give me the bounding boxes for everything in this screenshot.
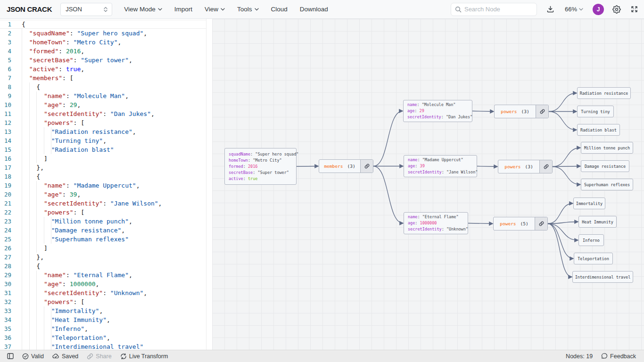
- graph-node-l3[interactable]: Radiation blast: [577, 124, 620, 136]
- array-node-label-area: members(3): [319, 160, 360, 173]
- json-editor-panel[interactable]: 1{2 "squadName": "Super hero squad",3 "h…: [0, 19, 212, 350]
- editor-line[interactable]: 35 "Inferno",: [0, 324, 206, 333]
- editor-line[interactable]: 28 {: [0, 262, 206, 271]
- editor-line[interactable]: 12 "powers": [: [0, 118, 206, 127]
- settings-button[interactable]: [610, 2, 624, 16]
- line-number: 21: [0, 199, 22, 208]
- graph-node-l6[interactable]: Superhuman reflexes: [581, 179, 633, 190]
- toggle-editor-panel-button[interactable]: [3, 353, 18, 359]
- format-select-value: JSON: [66, 6, 82, 13]
- editor-line[interactable]: 31 "secretIdentity": "Unknown",: [0, 288, 206, 297]
- menu-tools[interactable]: Tools: [231, 3, 265, 16]
- menu-download[interactable]: Download: [294, 3, 334, 16]
- editor-line[interactable]: 9 "name": "Molecule Man",: [0, 91, 206, 100]
- menu-view-mode[interactable]: View Mode: [118, 3, 168, 16]
- editor-line[interactable]: 7 "members": [: [0, 74, 206, 82]
- line-number: 3: [0, 38, 22, 47]
- collapse-link-icon[interactable]: [360, 160, 373, 173]
- feedback-button[interactable]: Feedback: [597, 353, 640, 360]
- line-number: 6: [0, 65, 22, 74]
- graph-node-l7[interactable]: Immortality: [573, 197, 605, 209]
- editor-line[interactable]: 37 "Interdimensional travel": [0, 342, 206, 350]
- editor-line[interactable]: 30 "age": 1000000,: [0, 280, 206, 288]
- editor-line[interactable]: 2 "squadName": "Super hero squad",: [0, 29, 206, 38]
- editor-line[interactable]: 4 "formed": 2016,: [0, 47, 206, 56]
- graph-node-l2[interactable]: Turning tiny: [577, 106, 614, 117]
- line-number: 30: [0, 280, 22, 288]
- main-menu: View Mode Import View Tools Cloud Downlo…: [118, 3, 334, 16]
- editor-line[interactable]: 16 ]: [0, 154, 206, 163]
- graph-node-l11[interactable]: Interdimensional travel: [572, 271, 633, 283]
- editor-line[interactable]: 34 "Heat Immunity",: [0, 315, 206, 324]
- editor-line[interactable]: 10 "age": 29,: [0, 100, 206, 109]
- node-row: active: true: [229, 176, 292, 182]
- graph-node-p2[interactable]: powers(3): [498, 160, 553, 173]
- editor-line[interactable]: 29 "name": "Eternal Flame",: [0, 271, 206, 280]
- editor-line[interactable]: 33 "Immortality",: [0, 306, 206, 315]
- graph-canvas[interactable]: squadName: "Super hero squad"homeTown: "…: [212, 19, 644, 350]
- editor-line[interactable]: 26 ]: [0, 244, 206, 253]
- code-text: "age": 29,: [22, 100, 206, 109]
- collapse-link-icon[interactable]: [539, 160, 552, 173]
- editor-line[interactable]: 8 {: [0, 82, 206, 91]
- editor-line[interactable]: 1{: [0, 20, 206, 29]
- editor-line[interactable]: 14 "Turning tiny",: [0, 136, 206, 145]
- graph-node-m2[interactable]: name: "Madame Uppercut"age: 39secretIden…: [404, 155, 477, 177]
- download-image-button[interactable]: [544, 2, 557, 16]
- editor-line[interactable]: 13 "Radiation resistance",: [0, 127, 206, 136]
- graph-node-l1[interactable]: Radiation resistance: [577, 87, 631, 99]
- live-transform-toggle[interactable]: Live Transform: [116, 353, 173, 360]
- graph-node-m3[interactable]: name: "Eternal Flame"age: 1000000secretI…: [404, 212, 468, 234]
- code-text: "powers": [: [22, 297, 206, 306]
- layout-sidebar-icon: [7, 353, 14, 359]
- editor-line[interactable]: 11 "secretIdentity": "Dan Jukes",: [0, 109, 206, 118]
- editor-line[interactable]: 15 "Radiation blast": [0, 145, 206, 154]
- editor-line[interactable]: 20 "age": 39,: [0, 190, 206, 199]
- node-row: secretIdentity: "Dan Jukes": [407, 114, 468, 120]
- line-number: 26: [0, 244, 22, 253]
- graph-node-l8[interactable]: Heat Immunity: [578, 216, 617, 228]
- graph-node-p1[interactable]: powers(3): [494, 105, 549, 118]
- editor-line[interactable]: 36 "Teleportation",: [0, 333, 206, 342]
- graph-node-l5[interactable]: Damage resistance: [581, 160, 629, 172]
- collapse-link-icon[interactable]: [536, 105, 548, 118]
- zoom-level-dropdown[interactable]: 66%: [561, 3, 587, 16]
- graph-node-m1[interactable]: name: "Molecule Man"age: 29secretIdentit…: [403, 100, 472, 122]
- menu-view[interactable]: View: [198, 3, 231, 16]
- code-text: "powers": [: [22, 118, 206, 127]
- collapse-link-icon[interactable]: [535, 217, 547, 230]
- search-node-input[interactable]: [464, 6, 526, 13]
- leaf-node-text: Inferno: [583, 238, 600, 243]
- saved-status[interactable]: Saved: [48, 353, 83, 360]
- editor-line[interactable]: 17 },: [0, 163, 206, 172]
- user-avatar[interactable]: J: [593, 4, 604, 15]
- graph-node-members[interactable]: members(3): [319, 159, 373, 173]
- editor-line[interactable]: 3 "homeTown": "Metro City",: [0, 38, 206, 47]
- editor-line[interactable]: 21 "secretIdentity": "Jane Wilson",: [0, 199, 206, 208]
- editor-line[interactable]: 25 "Superhuman reflexes": [0, 235, 206, 244]
- line-number: 19: [0, 181, 22, 190]
- editor-line[interactable]: 27 },: [0, 253, 206, 262]
- editor-line[interactable]: 5 "secretBase": "Super tower",: [0, 56, 206, 65]
- editor-line[interactable]: 19 "name": "Madame Uppercut",: [0, 181, 206, 190]
- share-button[interactable]: Share: [83, 353, 116, 360]
- editor-scrollbar-gutter[interactable]: [206, 19, 206, 350]
- graph-node-root[interactable]: squadName: "Super hero squad"homeTown: "…: [224, 148, 297, 185]
- leaf-node-text: Heat Immunity: [582, 220, 613, 224]
- menu-import[interactable]: Import: [168, 3, 198, 16]
- editor-line[interactable]: 22 "powers": [: [0, 208, 206, 217]
- line-number: 33: [0, 306, 22, 315]
- editor-line[interactable]: 24 "Damage resistance",: [0, 226, 206, 235]
- graph-node-l9[interactable]: Inferno: [578, 234, 604, 246]
- editor-line[interactable]: 18 {: [0, 172, 206, 181]
- fullscreen-button[interactable]: [627, 2, 641, 16]
- graph-node-p3[interactable]: powers(5): [493, 217, 548, 230]
- graph-node-l4[interactable]: Million tonne punch: [581, 142, 633, 154]
- format-select[interactable]: JSON: [60, 3, 112, 16]
- editor-line[interactable]: 32 "powers": [: [0, 297, 206, 306]
- editor-line[interactable]: 23 "Million tonne punch",: [0, 217, 206, 226]
- menu-cloud[interactable]: Cloud: [265, 3, 294, 16]
- graph-node-l10[interactable]: Teleportation: [574, 253, 613, 264]
- editor-line[interactable]: 6 "active": true,: [0, 65, 206, 74]
- code-text: "members": [: [22, 74, 206, 82]
